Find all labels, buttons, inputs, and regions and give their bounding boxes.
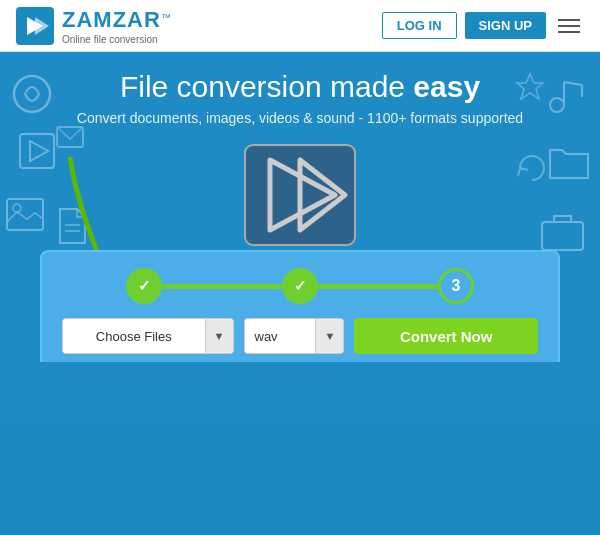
step-line-2	[318, 284, 438, 289]
logo-icon	[16, 7, 54, 45]
hamburger-line-3	[558, 31, 580, 33]
converter-box: ✓ ✓ 3 Choose Files ▼ wav	[40, 250, 560, 362]
sketch-icon-folder	[548, 142, 590, 180]
svg-marker-4	[30, 141, 48, 161]
sketch-icon-refresh	[516, 152, 548, 184]
step-1-circle: ✓	[126, 268, 162, 304]
choose-files-dropdown[interactable]: ▼	[205, 319, 233, 353]
logo-tagline: Online file conversion	[62, 34, 171, 45]
step-3-circle: 3	[438, 268, 474, 304]
svg-rect-15	[542, 222, 583, 250]
bottom-section	[0, 362, 600, 422]
center-play-icon	[240, 140, 360, 250]
convert-now-button[interactable]: Convert Now	[354, 318, 538, 354]
signup-button[interactable]: SIGN UP	[465, 12, 546, 39]
header: ZAMZAR™ Online file conversion LOG IN SI…	[0, 0, 600, 52]
sketch-icon-email	[55, 122, 85, 152]
hero-section: File conversion made easy Convert docume…	[0, 52, 600, 362]
svg-rect-5	[7, 199, 43, 230]
sketch-icon-document	[55, 207, 90, 245]
hamburger-line-1	[558, 19, 580, 21]
sketch-icon-play	[18, 132, 56, 170]
svg-point-6	[13, 204, 21, 212]
hamburger-line-2	[558, 25, 580, 27]
svg-rect-9	[57, 127, 83, 147]
format-dropdown[interactable]: ▼	[315, 319, 343, 353]
svg-marker-1	[35, 17, 49, 35]
step-line-1	[162, 284, 282, 289]
header-right: LOG IN SIGN UP	[382, 12, 584, 39]
steps-row: ✓ ✓ 3	[62, 268, 538, 304]
choose-files-wrapper: Choose Files ▼	[62, 318, 234, 354]
logo-name: ZAMZAR™	[62, 7, 171, 33]
sketch-icon-image	[5, 197, 45, 232]
hero-subtitle: Convert documents, images, videos & soun…	[20, 110, 580, 126]
svg-rect-3	[20, 134, 54, 168]
sketch-icon-briefcase	[540, 212, 585, 252]
zamzar-logo-svg	[21, 12, 49, 40]
controls-row: Choose Files ▼ wav ▼ Convert Now	[62, 318, 538, 354]
hero-title: File conversion made easy	[20, 70, 580, 104]
center-play-svg	[240, 140, 360, 250]
menu-hamburger[interactable]	[554, 15, 584, 37]
format-wrapper: wav ▼	[244, 318, 345, 354]
login-button[interactable]: LOG IN	[382, 12, 457, 39]
logo-text-area: ZAMZAR™ Online file conversion	[62, 7, 171, 45]
format-value: wav	[245, 319, 316, 353]
choose-files-button[interactable]: Choose Files	[63, 319, 205, 353]
step-2-circle: ✓	[282, 268, 318, 304]
logo-area: ZAMZAR™ Online file conversion	[16, 7, 171, 45]
